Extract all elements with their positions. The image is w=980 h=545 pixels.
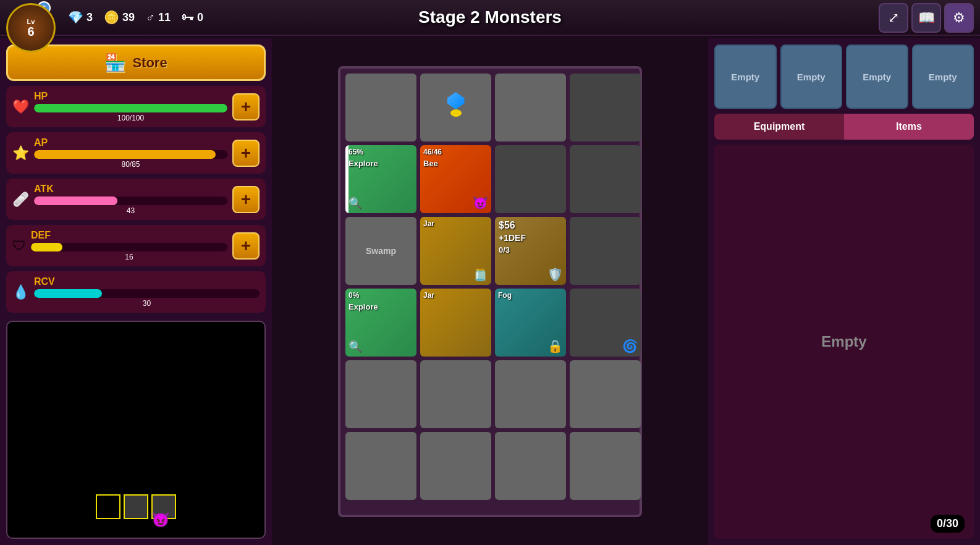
atk-fill bbox=[34, 196, 117, 205]
cell-r0c3[interactable] bbox=[570, 74, 641, 142]
bee-hp: 46/46 bbox=[423, 148, 442, 156]
male-icon: ♂ bbox=[146, 11, 155, 25]
rcv-row: 💧 RCV 30 bbox=[6, 271, 266, 313]
left-panel: 🏪 Store ❤️ HP 100/100 + ⭐ AP 80/85 + 🩹 A… bbox=[0, 38, 272, 545]
gear-button[interactable]: ⚙ bbox=[944, 3, 974, 33]
cell-r2c0[interactable]: Swamp bbox=[345, 217, 416, 285]
cell-r5c2[interactable] bbox=[495, 432, 566, 500]
explore-label-1: Explore bbox=[348, 159, 378, 168]
cell-r5c0[interactable] bbox=[345, 432, 416, 500]
rcv-fill bbox=[34, 289, 102, 298]
cell-r4c2[interactable] bbox=[495, 360, 566, 428]
gems-icon: 💎 bbox=[68, 10, 83, 25]
cell-r0c2[interactable] bbox=[495, 74, 566, 142]
cell-r1c1[interactable]: 46/46 Bee 😈 bbox=[420, 145, 491, 213]
cell-r3c2[interactable]: Fog 🔒 bbox=[495, 289, 566, 357]
equipment-slots: Empty Empty Empty Empty bbox=[714, 44, 974, 109]
cell-r0c1[interactable] bbox=[420, 74, 491, 142]
cell-r4c0[interactable] bbox=[345, 360, 416, 428]
player-gem bbox=[447, 92, 465, 109]
cell-r3c1[interactable]: Jar bbox=[420, 289, 491, 357]
def-track bbox=[31, 243, 227, 251]
rcv-track bbox=[34, 289, 260, 298]
rcv-value: 30 bbox=[34, 299, 260, 308]
ap-plus-button[interactable]: + bbox=[232, 140, 260, 167]
cell-r3c0[interactable]: 0% Explore 🔍 bbox=[345, 289, 416, 357]
coins-value: 39 bbox=[122, 11, 135, 24]
def-bonus: +1DEF bbox=[499, 233, 526, 243]
level-badge: Lv 6 bbox=[6, 3, 56, 53]
male-stat: ♂ 11 bbox=[146, 11, 171, 25]
key-value: 0 bbox=[197, 11, 203, 24]
equip-slot-4[interactable]: Empty bbox=[912, 44, 974, 109]
def-fill bbox=[31, 243, 62, 251]
explore-pct-2: 0% bbox=[348, 291, 359, 300]
gems-value: 3 bbox=[87, 11, 93, 24]
cell-r5c3[interactable] bbox=[570, 432, 641, 500]
cell-r0c0[interactable] bbox=[345, 74, 416, 142]
stage-title: Stage 2 Monsters bbox=[418, 7, 562, 27]
cell-r4c1[interactable] bbox=[420, 360, 491, 428]
cell-r1c0[interactable]: 65% Explore 🔍 bbox=[345, 145, 416, 213]
top-bar: Lv 6 6 💎 3 🪙 39 ♂ 11 🗝 0 Stage 2 Monster… bbox=[0, 0, 980, 36]
mini-cell-2 bbox=[124, 494, 148, 519]
rcv-icon: 💧 bbox=[12, 284, 29, 300]
key-icon: 🗝 bbox=[182, 11, 194, 25]
inventory-count: 0/30 bbox=[931, 515, 965, 533]
def-label: DEF bbox=[31, 230, 227, 241]
cell-r4c3[interactable] bbox=[570, 360, 641, 428]
bee-icon: 😈 bbox=[473, 195, 488, 210]
cell-r3c3[interactable]: 🌀 bbox=[570, 289, 641, 357]
hp-label: HP bbox=[34, 91, 227, 102]
equip-slot-2[interactable]: Empty bbox=[780, 44, 843, 109]
spiral-icon: 🌀 bbox=[622, 339, 638, 353]
atk-label: ATK bbox=[34, 184, 227, 195]
level-value: 6 bbox=[27, 25, 34, 38]
store-button[interactable]: 🏪 Store bbox=[6, 44, 266, 81]
search-icon-1: 🔍 bbox=[348, 196, 362, 210]
coins-stat: 🪙 39 bbox=[104, 10, 135, 25]
equip-slot-3[interactable]: Empty bbox=[846, 44, 908, 109]
cell-r1c3[interactable] bbox=[570, 145, 641, 213]
top-right-icons: ⤢ 📖 ⚙ bbox=[879, 3, 974, 33]
right-panel: Empty Empty Empty Empty Equipment Items … bbox=[708, 38, 980, 545]
cell-r1c2[interactable] bbox=[495, 145, 566, 213]
def-row: 🛡 DEF 16 + bbox=[6, 225, 266, 266]
fog-label: Fog bbox=[498, 291, 512, 300]
cell-r2c3[interactable] bbox=[570, 217, 641, 285]
swamp-label: Swamp bbox=[366, 246, 396, 256]
cell-r2c2[interactable]: $56 +1DEF 0/3 🛡️ bbox=[495, 217, 566, 285]
atk-row: 🩹 ATK 43 + bbox=[6, 179, 266, 220]
ap-track bbox=[34, 150, 227, 159]
atk-plus-button[interactable]: + bbox=[232, 186, 260, 213]
mini-monster: 😈 bbox=[151, 511, 170, 528]
ap-fill bbox=[34, 150, 216, 159]
male-value: 11 bbox=[158, 11, 171, 24]
explore-label-2: Explore bbox=[348, 302, 378, 311]
atk-track bbox=[34, 196, 227, 205]
main-area: 65% Explore 🔍 46/46 Bee 😈 Swamp Jar 🫙 $5… bbox=[272, 38, 708, 545]
expand-button[interactable]: ⤢ bbox=[879, 3, 908, 33]
hp-plus-button[interactable]: + bbox=[232, 93, 260, 120]
gems-stat: 💎 3 bbox=[68, 10, 93, 25]
def-plus-button[interactable]: + bbox=[232, 232, 260, 260]
hp-icon: ❤️ bbox=[12, 99, 29, 115]
hp-row: ❤️ HP 100/100 + bbox=[6, 86, 266, 127]
book-button[interactable]: 📖 bbox=[911, 3, 941, 33]
ap-value: 80/85 bbox=[34, 160, 227, 169]
tab-equipment[interactable]: Equipment bbox=[714, 114, 844, 140]
store-label: Store bbox=[132, 55, 167, 71]
shield-item-icon: 🛡️ bbox=[547, 267, 563, 282]
equip-slot-1[interactable]: Empty bbox=[714, 44, 777, 109]
inventory-empty-label: Empty bbox=[821, 333, 866, 350]
cell-r2c1[interactable]: Jar 🫙 bbox=[420, 217, 491, 285]
player-base bbox=[450, 109, 462, 117]
cell-r5c1[interactable] bbox=[420, 432, 491, 500]
tab-items[interactable]: Items bbox=[844, 114, 974, 140]
ap-row: ⭐ AP 80/85 + bbox=[6, 132, 266, 174]
atk-icon: 🩹 bbox=[12, 192, 29, 208]
ap-icon: ⭐ bbox=[12, 145, 29, 161]
coins-icon: 🪙 bbox=[104, 10, 119, 25]
game-board: 65% Explore 🔍 46/46 Bee 😈 Swamp Jar 🫙 $5… bbox=[338, 66, 642, 517]
lock-icon: 🔒 bbox=[547, 339, 563, 353]
